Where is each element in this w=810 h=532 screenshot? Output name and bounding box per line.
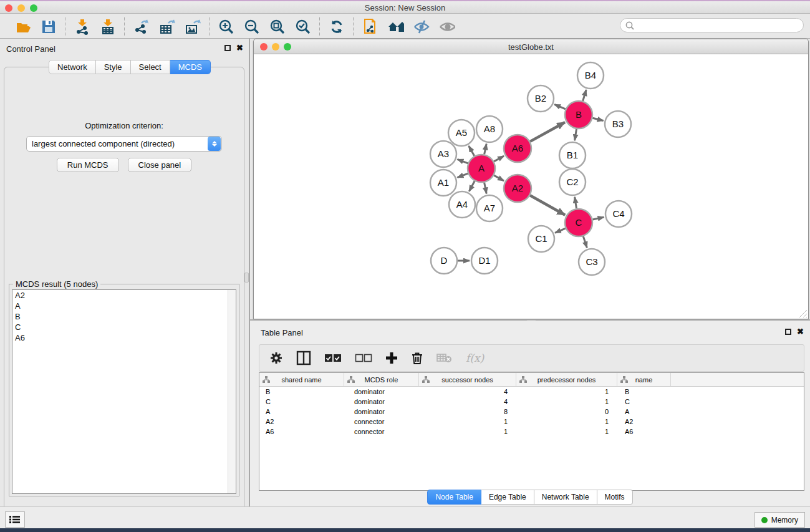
graph-node-A4[interactable]: A4 bbox=[449, 191, 475, 218]
columns-icon[interactable] bbox=[296, 351, 311, 365]
tab-style[interactable]: Style bbox=[96, 60, 131, 74]
column-header-name[interactable]: name bbox=[617, 373, 671, 386]
close-panel-icon[interactable]: ✖ bbox=[236, 45, 243, 51]
graph-edge-A-A1[interactable] bbox=[457, 173, 468, 177]
vertical-splitter-handle[interactable] bbox=[244, 273, 249, 283]
tab-select[interactable]: Select bbox=[131, 60, 170, 74]
table-close-panel-icon[interactable]: ✖ bbox=[797, 329, 804, 335]
import-table-icon[interactable] bbox=[99, 18, 116, 35]
graph-node-B2[interactable]: B2 bbox=[528, 85, 554, 112]
run-mcds-button[interactable]: Run MCDS bbox=[57, 158, 119, 172]
gear-icon[interactable] bbox=[269, 351, 283, 365]
graph-edge-C-C4[interactable] bbox=[592, 217, 604, 220]
graph-edge-A-A3[interactable] bbox=[457, 159, 468, 163]
open-file-icon[interactable] bbox=[14, 18, 31, 35]
graph-node-A3[interactable]: A3 bbox=[430, 141, 456, 167]
zoom-selected-icon[interactable] bbox=[294, 18, 311, 35]
table-row[interactable]: Adominator80A bbox=[259, 407, 804, 417]
graph-edge-A-A8[interactable] bbox=[485, 144, 487, 155]
graph-edge-B-B4[interactable] bbox=[583, 90, 586, 101]
tab-mcds[interactable]: MCDS bbox=[170, 60, 211, 74]
criterion-select[interactable]: largest connected component (directed) bbox=[26, 136, 222, 152]
mcds-result-item[interactable]: A2 bbox=[12, 290, 228, 301]
graph-node-A5[interactable]: A5 bbox=[448, 120, 475, 146]
graph-node-B4[interactable]: B4 bbox=[577, 62, 604, 89]
graph-edge-A-A4[interactable] bbox=[469, 181, 475, 191]
graph-node-B[interactable]: B bbox=[565, 101, 592, 128]
delete-icon[interactable] bbox=[411, 351, 423, 365]
export-table-icon[interactable] bbox=[158, 18, 175, 35]
graph-edge-B-B3[interactable] bbox=[592, 118, 603, 120]
task-history-button[interactable] bbox=[5, 511, 25, 528]
refresh-icon[interactable] bbox=[328, 18, 345, 35]
birds-eye-view-icon[interactable] bbox=[413, 18, 430, 35]
zoom-in-icon[interactable] bbox=[218, 18, 234, 35]
table-row[interactable]: Bdominator41B bbox=[259, 387, 804, 397]
graph-edge-C-C3[interactable] bbox=[583, 236, 587, 248]
table-row[interactable]: A6connector11A6 bbox=[259, 427, 804, 437]
zoom-fit-icon[interactable] bbox=[269, 18, 286, 35]
graph-edge-C-C2[interactable] bbox=[575, 197, 577, 209]
graph-edge-A-A2[interactable] bbox=[494, 175, 504, 181]
unselect-all-icon[interactable] bbox=[355, 353, 372, 363]
graph-edge-C-C1[interactable] bbox=[555, 228, 566, 233]
graph-node-C3[interactable]: C3 bbox=[579, 249, 605, 275]
memory-button[interactable]: Memory bbox=[755, 512, 805, 528]
import-network-icon[interactable] bbox=[74, 18, 90, 35]
mcds-result-item[interactable]: C bbox=[12, 322, 228, 332]
graph-node-A[interactable]: A bbox=[468, 155, 495, 182]
export-network-icon[interactable] bbox=[133, 18, 150, 35]
graph-node-D[interactable]: D bbox=[431, 248, 457, 274]
graph-node-B1[interactable]: B1 bbox=[559, 142, 586, 168]
graph-node-C[interactable]: C bbox=[565, 209, 592, 236]
graph-node-C4[interactable]: C4 bbox=[605, 201, 632, 227]
graph-node-A1[interactable]: A1 bbox=[430, 170, 456, 196]
float-panel-icon[interactable] bbox=[224, 45, 231, 51]
export-image-icon[interactable] bbox=[184, 18, 201, 35]
show-graphics-icon[interactable] bbox=[438, 18, 455, 35]
column-header-shared-name[interactable]: shared name bbox=[259, 373, 344, 386]
tab-node-table[interactable]: Node Table bbox=[427, 490, 481, 505]
graph-edge-A6-B[interactable] bbox=[530, 122, 565, 142]
graph-node-C2[interactable]: C2 bbox=[559, 169, 586, 195]
delete-table-icon[interactable] bbox=[436, 352, 453, 364]
column-header-mcds-role[interactable]: MCDS role bbox=[344, 373, 419, 386]
mcds-result-item[interactable]: A6 bbox=[12, 332, 228, 343]
mcds-list-scrollbar[interactable] bbox=[228, 290, 236, 493]
table-row[interactable]: Cdominator41C bbox=[259, 397, 804, 407]
graph-edge-A-A7[interactable] bbox=[485, 183, 487, 194]
graph-edge-A-A6[interactable] bbox=[494, 156, 504, 162]
mcds-result-item[interactable]: A bbox=[12, 301, 228, 311]
save-session-icon[interactable] bbox=[40, 18, 57, 35]
table-float-panel-icon[interactable] bbox=[785, 329, 791, 335]
search-input[interactable] bbox=[635, 21, 791, 30]
graph-node-C1[interactable]: C1 bbox=[528, 226, 554, 252]
graph-edge-B-B2[interactable] bbox=[554, 104, 566, 109]
add-icon[interactable] bbox=[385, 352, 398, 364]
graph-node-A8[interactable]: A8 bbox=[476, 116, 503, 142]
graph-node-A2[interactable]: A2 bbox=[504, 175, 531, 202]
zoom-out-icon[interactable] bbox=[243, 18, 260, 35]
column-header-successor-nodes[interactable]: successor nodes bbox=[419, 373, 516, 386]
close-panel-button[interactable]: Close panel bbox=[128, 158, 192, 172]
graph-node-D1[interactable]: D1 bbox=[471, 248, 498, 274]
column-header-predecessor-nodes[interactable]: predecessor nodes bbox=[516, 373, 617, 386]
table-row[interactable]: A2connector11A2 bbox=[259, 417, 804, 427]
home-icon[interactable] bbox=[387, 18, 404, 35]
graph-node-A7[interactable]: A7 bbox=[476, 195, 503, 221]
network-canvas[interactable]: B4B2BB3A5A8A6A3B1AA1C2A2A4A7C4CC1C3DD1 bbox=[254, 55, 808, 318]
tab-edge-table[interactable]: Edge Table bbox=[481, 490, 534, 505]
graph-edge-A2-C[interactable] bbox=[530, 195, 565, 215]
graph-edge-A-A5[interactable] bbox=[469, 146, 475, 156]
network-window-titlebar[interactable]: testGlobe.txt bbox=[254, 39, 808, 54]
search-field[interactable] bbox=[620, 18, 804, 32]
tab-network[interactable]: Network bbox=[49, 60, 96, 74]
select-all-icon[interactable] bbox=[324, 353, 342, 363]
network-overview-icon[interactable] bbox=[362, 18, 378, 35]
graph-edge-B-B1[interactable] bbox=[575, 129, 577, 141]
graph-node-A6[interactable]: A6 bbox=[504, 135, 531, 162]
function-builder-icon[interactable]: f(x) bbox=[466, 352, 484, 364]
tab-network-table[interactable]: Network Table bbox=[534, 490, 597, 505]
tab-motifs[interactable]: Motifs bbox=[597, 490, 633, 505]
mcds-result-item[interactable]: B bbox=[12, 311, 228, 322]
